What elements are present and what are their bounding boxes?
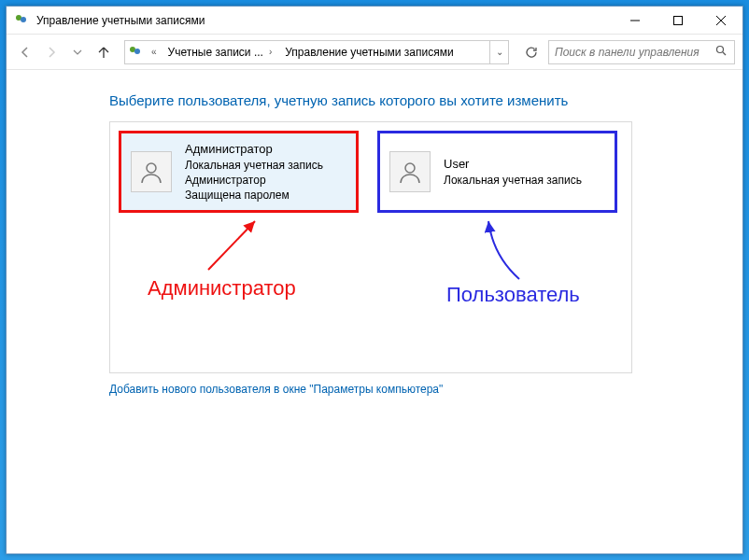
user-card-admin[interactable]: Администратор Локальная учетная запись А… [120, 132, 358, 212]
breadcrumb-seg-accounts[interactable]: Учетные записи ... › [163, 41, 280, 63]
minimize-button[interactable] [614, 7, 657, 35]
close-button[interactable] [700, 7, 742, 35]
breadcrumb-icon [125, 45, 146, 60]
search-icon[interactable] [712, 45, 730, 59]
arrow-annotation-red [199, 214, 274, 279]
user-list-panel: Администратор Локальная учетная запись А… [109, 121, 632, 373]
user-card-user[interactable]: User Локальная учетная запись [378, 132, 616, 212]
user-info: User Локальная учетная запись [444, 156, 582, 188]
annotation-user-label: Пользователь [446, 283, 580, 307]
breadcrumb-chevron-icon[interactable]: « [146, 47, 163, 57]
search-input[interactable] [553, 45, 712, 60]
titlebar: Управление учетными записями [7, 7, 742, 35]
svg-point-10 [147, 163, 156, 173]
svg-line-12 [208, 221, 255, 270]
user-info: Администратор Локальная учетная запись А… [185, 141, 323, 203]
search-box[interactable] [548, 40, 735, 64]
avatar-icon [131, 151, 172, 192]
window-controls [614, 7, 742, 35]
breadcrumb[interactable]: « Учетные записи ... › Управление учетны… [124, 40, 509, 64]
svg-point-7 [134, 49, 140, 54]
breadcrumb-label: Управление учетными записями [285, 46, 453, 59]
recent-dropdown[interactable] [66, 41, 89, 63]
user-type: Локальная учетная запись [185, 158, 323, 173]
arrow-annotation-blue [456, 214, 540, 288]
maximize-button[interactable] [657, 7, 700, 35]
breadcrumb-dropdown[interactable]: ⌄ [489, 41, 508, 63]
user-name: User [444, 156, 582, 173]
window-title: Управление учетными записями [36, 14, 614, 27]
page-heading: Выберите пользователя, учетную запись ко… [109, 92, 720, 108]
annotation-admin-label: Администратор [148, 276, 296, 301]
breadcrumb-seg-manage[interactable]: Управление учетными записями [279, 41, 455, 63]
app-icon [14, 13, 29, 28]
back-button[interactable] [14, 41, 36, 63]
avatar-icon [389, 151, 431, 192]
user-type: Локальная учетная запись [444, 173, 582, 188]
svg-point-8 [717, 47, 724, 53]
user-role: Администратор [185, 173, 323, 188]
content-area: Выберите пользователя, учетную запись ко… [7, 70, 742, 553]
up-button[interactable] [92, 41, 115, 63]
user-name: Администратор [185, 141, 323, 158]
add-user-link[interactable]: Добавить нового пользователя в окне "Пар… [109, 383, 443, 396]
forward-button[interactable] [40, 41, 63, 63]
window-frame: Управление учетными записями [6, 6, 743, 554]
breadcrumb-label: Учетные записи ... [168, 46, 263, 59]
svg-point-11 [405, 163, 415, 173]
svg-rect-3 [674, 16, 683, 24]
refresh-button[interactable] [518, 40, 544, 64]
svg-point-1 [21, 17, 26, 22]
navigation-bar: « Учетные записи ... › Управление учетны… [7, 35, 742, 70]
chevron-right-icon: › [263, 47, 277, 57]
svg-line-9 [723, 52, 726, 55]
user-password-status: Защищена паролем [185, 188, 323, 203]
